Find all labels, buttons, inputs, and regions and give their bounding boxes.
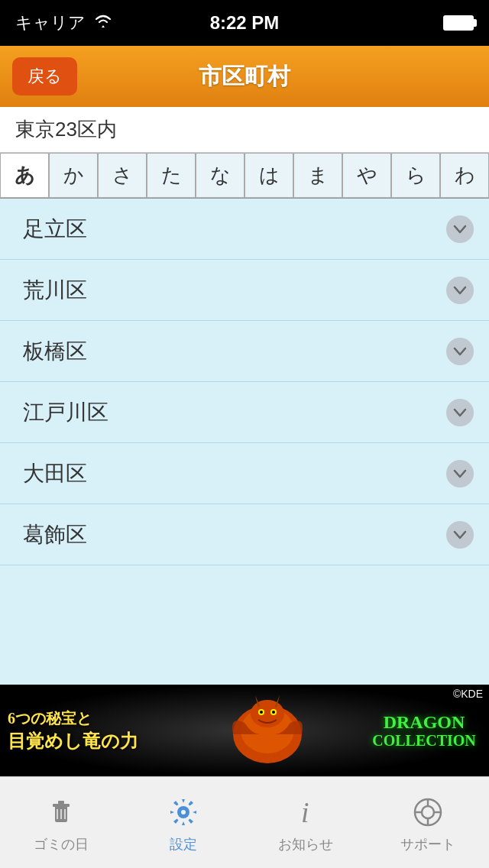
kana-btn-わ[interactable]: わ [440,153,489,198]
chevron-down-icon-2 [446,338,474,365]
tab-label-support: サポート [400,835,455,853]
list-item-5[interactable]: 葛飾区 [0,504,489,565]
kana-btn-ら[interactable]: ら [391,153,440,198]
kana-btn-な[interactable]: な [196,153,244,198]
support-icon [408,792,448,832]
list-item-text-4: 大田区 [23,459,87,488]
list-item-4[interactable]: 大田区 [0,443,489,504]
svg-point-8 [272,711,275,714]
back-button[interactable]: 戻る [12,57,77,96]
tab-label-settings: 設定 [170,835,197,853]
ad-copyright: ©KDE [453,688,483,700]
district-list: 足立区荒川区板橋区江戸川区大田区葛飾区 [0,199,489,685]
kana-btn-さ[interactable]: さ [98,153,147,198]
tab-gomino-hi[interactable]: ゴミの日 [0,777,122,868]
nav-title: 市区町村 [199,61,290,92]
kana-btn-た[interactable]: た [147,153,196,198]
list-item-text-3: 江戸川区 [23,398,108,427]
svg-point-7 [260,711,263,714]
list-item-2[interactable]: 板橋区 [0,321,489,382]
region-text: 東京23区内 [15,116,117,143]
list-item-text-2: 板橋区 [23,337,87,366]
list-item-text-5: 葛飾区 [23,520,87,549]
region-header: 東京23区内 [0,107,489,153]
list-item-text-1: 荒川区 [23,276,87,305]
svg-rect-10 [53,804,70,807]
svg-point-19 [422,806,434,818]
svg-rect-11 [58,801,64,804]
wifi-icon [93,13,113,33]
gear-icon [164,792,203,832]
ad-title1: 6つの秘宝と [8,708,160,729]
kana-btn-や[interactable]: や [342,153,391,198]
list-item-1[interactable]: 荒川区 [0,260,489,321]
status-time: 8:22 PM [210,12,280,34]
carrier-label: キャリア [15,11,86,34]
status-bar: キャリア 8:22 PM [0,0,489,46]
nav-bar: 戻る 市区町村 [0,46,489,107]
tab-info[interactable]: i お知らせ [244,777,367,868]
ad-title2: 目覚めし竜の力 [8,729,160,753]
tab-label-gomino-hi: ゴミの日 [34,835,89,853]
list-item-3[interactable]: 江戸川区 [0,382,489,443]
kana-filter-row: あかさたなはまやらわ [0,153,489,199]
chevron-down-icon-0 [446,215,474,243]
ad-banner[interactable]: ©KDE 6つの秘宝と 目覚めし竜の力 [0,685,489,776]
chevron-down-icon-5 [446,521,474,549]
list-item-text-0: 足立区 [23,215,87,244]
chevron-down-icon-3 [446,399,474,426]
dragon-illustration [222,692,313,769]
svg-point-16 [181,810,186,815]
tab-support[interactable]: サポート [367,777,489,868]
kana-btn-は[interactable]: は [244,153,293,198]
svg-text:i: i [301,796,309,828]
chevron-down-icon-1 [446,277,474,304]
trash-icon [41,792,81,832]
chevron-down-icon-4 [446,460,474,487]
tab-bar: ゴミの日 設定 i お知らせ [0,776,489,868]
tab-label-info: お知らせ [278,835,333,853]
kana-btn-か[interactable]: か [49,153,98,198]
dragon-logo: DRAGON COLLECTION [372,712,476,749]
tab-settings[interactable]: 設定 [122,777,244,868]
kana-btn-あ[interactable]: あ [0,153,49,198]
battery-icon [443,15,474,31]
list-item-0[interactable]: 足立区 [0,199,489,260]
info-icon: i [286,792,325,832]
kana-btn-ま[interactable]: ま [293,153,342,198]
